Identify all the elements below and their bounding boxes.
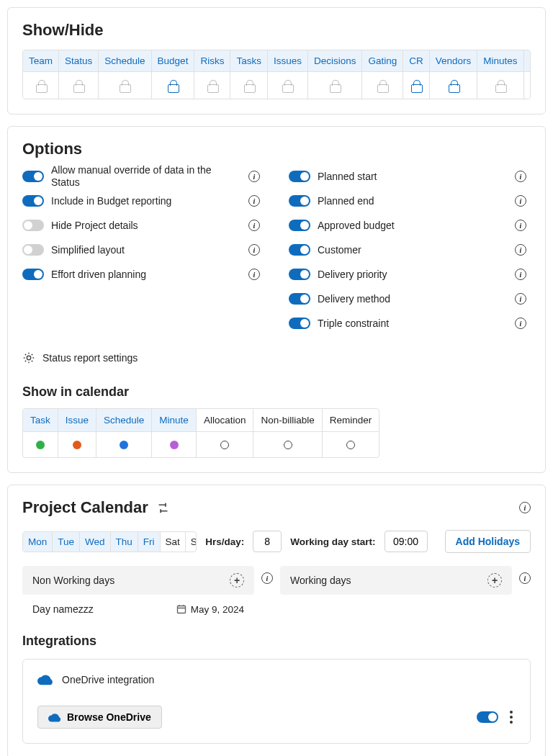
day-tab[interactable]: Wed xyxy=(79,532,110,552)
show-hide-col[interactable]: Team xyxy=(23,50,58,99)
day-tab[interactable]: Tue xyxy=(52,532,79,552)
option-toggle[interactable] xyxy=(289,244,310,256)
calendar-col-indicator[interactable] xyxy=(23,431,58,457)
show-hide-lock-cell[interactable] xyxy=(477,71,523,99)
onedrive-toggle[interactable] xyxy=(477,711,498,723)
show-hide-col-label[interactable]: CR xyxy=(403,50,429,71)
show-hide-col[interactable]: Issues xyxy=(267,50,307,99)
calendar-col-indicator[interactable] xyxy=(152,431,196,457)
calendar-col-label[interactable]: Issue xyxy=(58,409,96,431)
info-icon[interactable]: i xyxy=(515,318,526,329)
info-icon[interactable]: i xyxy=(261,572,273,584)
option-toggle[interactable] xyxy=(289,318,310,329)
add-working-day-button[interactable]: + xyxy=(487,573,502,588)
show-hide-col[interactable]: Minutes xyxy=(477,50,523,99)
show-hide-col-label[interactable]: Risks xyxy=(194,50,230,71)
info-icon[interactable]: i xyxy=(515,293,526,305)
calendar-col[interactable]: Issue xyxy=(58,409,96,457)
show-hide-lock-cell[interactable] xyxy=(23,71,58,99)
option-toggle[interactable] xyxy=(22,244,44,256)
calendar-col-label[interactable]: Task xyxy=(23,409,58,431)
calendar-col-indicator[interactable] xyxy=(197,431,253,457)
calendar-col[interactable]: Allocation xyxy=(196,409,253,457)
show-hide-col-label[interactable]: Team xyxy=(23,50,58,71)
show-hide-lock-cell[interactable] xyxy=(362,71,403,99)
calendar-col-indicator[interactable] xyxy=(58,431,96,457)
option-toggle[interactable] xyxy=(289,220,310,231)
show-hide-col[interactable]: Tasks xyxy=(230,50,267,99)
sync-icon[interactable] xyxy=(157,503,169,513)
info-icon[interactable]: i xyxy=(519,572,531,584)
option-toggle[interactable] xyxy=(22,220,44,231)
show-hide-col-label[interactable]: Status xyxy=(59,50,98,71)
show-hide-col-label[interactable]: Documents xyxy=(524,50,531,71)
show-hide-col[interactable]: Gating xyxy=(361,50,403,99)
show-hide-col-label[interactable]: Decisions xyxy=(308,50,362,71)
calendar-col-indicator[interactable] xyxy=(96,431,151,457)
info-icon[interactable]: i xyxy=(515,269,526,280)
show-hide-col-label[interactable]: Budget xyxy=(152,50,194,71)
info-icon[interactable]: i xyxy=(515,195,526,207)
show-hide-lock-cell[interactable] xyxy=(230,71,267,99)
show-hide-col[interactable]: Budget xyxy=(151,50,194,99)
info-icon[interactable]: i xyxy=(248,269,260,280)
add-holidays-button[interactable]: Add Holidays xyxy=(445,530,531,553)
show-hide-col[interactable]: CR xyxy=(403,50,429,99)
calendar-col-label[interactable]: Schedule xyxy=(96,409,151,431)
option-toggle[interactable] xyxy=(289,293,310,305)
show-hide-lock-cell[interactable] xyxy=(430,71,477,99)
show-hide-lock-cell[interactable] xyxy=(59,71,98,99)
non-working-day-row[interactable]: Day namezzz May 9, 2024 xyxy=(22,595,254,618)
hrs-day-input[interactable] xyxy=(253,531,282,552)
show-hide-lock-cell[interactable] xyxy=(268,71,307,99)
info-icon[interactable]: i xyxy=(248,244,260,256)
calendar-col-indicator[interactable] xyxy=(323,431,379,457)
info-icon[interactable]: i xyxy=(515,171,526,182)
day-tab[interactable]: Fri xyxy=(138,532,160,552)
calendar-col[interactable]: Task xyxy=(23,409,58,457)
working-day-start-input[interactable] xyxy=(385,531,428,552)
calendar-col-label[interactable]: Reminder xyxy=(323,409,379,431)
calendar-col-label[interactable]: Allocation xyxy=(197,409,253,431)
info-icon[interactable]: i xyxy=(519,502,531,513)
calendar-col[interactable]: Schedule xyxy=(96,409,151,457)
option-toggle[interactable] xyxy=(22,195,44,207)
show-hide-col[interactable]: Decisions xyxy=(307,50,362,99)
show-hide-lock-cell[interactable] xyxy=(524,71,531,99)
option-toggle[interactable] xyxy=(22,269,44,280)
calendar-col[interactable]: Non-billiable xyxy=(253,409,321,457)
add-non-working-day-button[interactable]: + xyxy=(230,573,244,588)
show-hide-lock-cell[interactable] xyxy=(403,71,429,99)
day-tab[interactable]: Thu xyxy=(110,532,138,552)
info-icon[interactable]: i xyxy=(248,220,260,231)
show-hide-lock-cell[interactable] xyxy=(308,71,362,99)
info-icon[interactable]: i xyxy=(248,171,260,182)
status-report-settings-row[interactable]: Status report settings xyxy=(22,351,531,364)
calendar-col-label[interactable]: Minute xyxy=(152,409,196,431)
option-toggle[interactable] xyxy=(289,269,310,280)
calendar-col[interactable]: Minute xyxy=(151,409,196,457)
show-hide-col-label[interactable]: Minutes xyxy=(477,50,523,71)
day-tab[interactable]: Sun xyxy=(185,532,197,552)
show-hide-col-label[interactable]: Schedule xyxy=(99,50,150,71)
more-icon[interactable] xyxy=(507,708,516,726)
info-icon[interactable]: i xyxy=(515,244,526,256)
day-tab[interactable]: Sat xyxy=(160,532,185,552)
show-hide-lock-cell[interactable] xyxy=(152,71,194,99)
option-toggle[interactable] xyxy=(289,195,310,207)
show-hide-lock-cell[interactable] xyxy=(194,71,230,99)
show-hide-col[interactable]: Vendors xyxy=(429,50,477,99)
show-hide-col[interactable]: Schedule xyxy=(98,50,150,99)
show-hide-col-label[interactable]: Tasks xyxy=(230,50,267,71)
browse-onedrive-button[interactable]: Browse OneDrive xyxy=(37,706,162,729)
option-toggle[interactable] xyxy=(22,171,44,182)
show-hide-col[interactable]: Documents xyxy=(523,50,531,99)
show-hide-col[interactable]: Status xyxy=(58,50,98,99)
show-hide-lock-cell[interactable] xyxy=(99,71,150,99)
info-icon[interactable]: i xyxy=(248,195,260,207)
show-hide-col-label[interactable]: Gating xyxy=(362,50,403,71)
calendar-col-label[interactable]: Non-billiable xyxy=(253,409,321,431)
show-hide-col-label[interactable]: Vendors xyxy=(430,50,477,71)
calendar-col[interactable]: Reminder xyxy=(322,409,379,457)
show-hide-col[interactable]: Risks xyxy=(194,50,230,99)
